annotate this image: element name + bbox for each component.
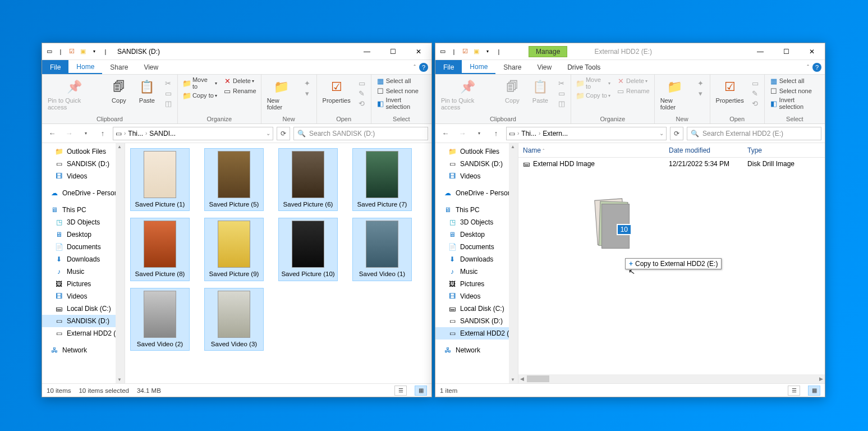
qat-dropdown-icon[interactable]: ▾ bbox=[483, 47, 493, 57]
file-item[interactable]: Saved Picture (7) bbox=[353, 149, 411, 210]
context-tab-manage[interactable]: Manage bbox=[529, 46, 567, 57]
file-menu[interactable]: File bbox=[435, 60, 462, 74]
forward-button[interactable]: → bbox=[456, 127, 469, 140]
history-button[interactable]: ⟲ bbox=[355, 98, 369, 108]
rename-button[interactable]: ▭Rename bbox=[221, 86, 259, 96]
tree-onedrive[interactable]: ☁OneDrive - Person bbox=[42, 187, 125, 199]
moveto-button[interactable]: 📁Move to▾ bbox=[573, 76, 613, 90]
breadcrumb-this-pc[interactable]: Thi... bbox=[521, 130, 536, 137]
col-date[interactable]: Date modified bbox=[664, 146, 743, 154]
minimize-button[interactable]: — bbox=[354, 43, 380, 60]
breadcrumb-drive[interactable]: SANDI... bbox=[149, 130, 176, 137]
file-list[interactable]: Saved Picture (1) Saved Picture (5) Save… bbox=[125, 143, 431, 383]
close-button[interactable]: ✕ bbox=[406, 43, 431, 60]
maximize-button[interactable]: ☐ bbox=[773, 43, 799, 60]
tree-pictures[interactable]: 🖼Pictures bbox=[435, 278, 518, 290]
address-bar[interactable]: ▭› Thi...› SANDI... ⌄ bbox=[113, 127, 273, 140]
ribbon-expand-icon[interactable]: ˆ bbox=[414, 64, 416, 71]
properties-button[interactable]: ☑Properties bbox=[713, 76, 747, 106]
breadcrumb-this-pc[interactable]: Thi... bbox=[128, 130, 143, 137]
tree-outlook[interactable]: 📁Outlook Files bbox=[42, 145, 125, 158]
recent-dropdown[interactable]: ▾ bbox=[472, 127, 486, 140]
view-icons-button[interactable]: ▦ bbox=[808, 386, 820, 396]
edit-button[interactable]: ✎ bbox=[355, 88, 369, 98]
view-icons-button[interactable]: ▦ bbox=[415, 386, 427, 396]
tree-desktop[interactable]: 🖥Desktop bbox=[435, 228, 518, 241]
tree-outlook[interactable]: 📁Outlook Files bbox=[435, 145, 518, 158]
tree-documents[interactable]: 📄Documents bbox=[42, 241, 125, 253]
save-icon[interactable]: ☑ bbox=[67, 47, 77, 57]
invertsel-button[interactable]: ◧Invert selection bbox=[374, 96, 429, 111]
history-button[interactable]: ⟲ bbox=[748, 98, 762, 108]
tab-view[interactable]: View bbox=[529, 60, 559, 74]
file-menu[interactable]: File bbox=[42, 60, 68, 74]
tree-3dobjects[interactable]: ◳3D Objects bbox=[42, 216, 125, 228]
back-button[interactable]: ← bbox=[45, 127, 59, 140]
tree-videos[interactable]: 🎞Videos bbox=[42, 170, 125, 182]
address-bar[interactable]: ▭› Thi...› Extern... ⌄ bbox=[506, 127, 667, 140]
file-row[interactable]: 🖴External HDD Image 12/21/2022 5:34 PM D… bbox=[518, 158, 825, 170]
tree-network[interactable]: 🖧Network bbox=[42, 344, 125, 356]
file-item[interactable]: Saved Video (1) bbox=[353, 218, 411, 280]
col-type[interactable]: Type bbox=[743, 146, 810, 154]
help-icon[interactable]: ? bbox=[812, 63, 821, 72]
tab-share[interactable]: Share bbox=[102, 60, 136, 74]
file-list[interactable]: Name ˆ Date modified Type 🖴External HDD … bbox=[518, 143, 825, 383]
tree-ext-hdd[interactable]: ▭External HDD2 (E bbox=[435, 327, 518, 340]
view-details-button[interactable]: ☰ bbox=[788, 386, 800, 396]
invertsel-button[interactable]: ◧Invert selection bbox=[767, 96, 823, 111]
rename-button[interactable]: ▭Rename bbox=[614, 86, 652, 96]
titlebar[interactable]: ▭ | ☑ ▣ ▾ | SANDISK (D:) — ☐ ✕ bbox=[42, 43, 431, 60]
cut-button[interactable]: ✂ bbox=[162, 78, 175, 88]
selectnone-button[interactable]: ☐Select none bbox=[374, 86, 429, 96]
file-item[interactable]: Saved Video (2) bbox=[131, 288, 189, 350]
tab-view[interactable]: View bbox=[136, 60, 166, 74]
pin-quick-access-button[interactable]: 📌Pin to Quick access bbox=[44, 76, 104, 113]
pasteshortcut-button[interactable]: ◫ bbox=[555, 98, 568, 108]
pasteshortcut-button[interactable]: ◫ bbox=[162, 98, 175, 108]
refresh-button[interactable]: ⟳ bbox=[670, 127, 683, 140]
file-item[interactable]: Saved Picture (8) bbox=[131, 218, 189, 280]
titlebar[interactable]: ▭ | ☑ ▣ ▾ | Manage External HDD2 (E:) — … bbox=[435, 43, 825, 60]
properties-button[interactable]: ☑Properties bbox=[319, 76, 354, 106]
paste-button[interactable]: 📋Paste bbox=[134, 76, 160, 106]
breadcrumb-drive[interactable]: Extern... bbox=[543, 130, 568, 137]
col-name[interactable]: Name bbox=[523, 146, 541, 154]
tree-localc[interactable]: 🖴Local Disk (C:) bbox=[42, 302, 125, 315]
tree-videos[interactable]: 🎞Videos bbox=[435, 170, 518, 182]
tree-music[interactable]: ♪Music bbox=[435, 265, 518, 278]
recent-dropdown[interactable]: ▾ bbox=[79, 127, 93, 140]
file-item[interactable]: Saved Picture (5) bbox=[205, 149, 263, 210]
tree-pictures[interactable]: 🖼Pictures bbox=[42, 278, 125, 290]
nav-pane[interactable]: 📁Outlook Files ▭SANDISK (D:) 🎞Videos ☁On… bbox=[42, 143, 125, 383]
file-item[interactable]: Saved Picture (6) bbox=[279, 149, 337, 210]
back-button[interactable]: ← bbox=[439, 127, 452, 140]
tree-videos2[interactable]: 🎞Videos bbox=[435, 290, 518, 302]
tree-3dobjects[interactable]: ◳3D Objects bbox=[435, 216, 518, 228]
up-button[interactable]: ↑ bbox=[96, 127, 109, 140]
tree-sandisk-d[interactable]: ▭SANDISK (D:) bbox=[42, 315, 125, 327]
tree-ext-hdd[interactable]: ▭External HDD2 (E bbox=[42, 327, 125, 340]
copypath-button[interactable]: ▭ bbox=[162, 88, 175, 98]
newfolder-button[interactable]: 📁New folder bbox=[657, 76, 693, 113]
easyaccess-button[interactable]: ▾ bbox=[301, 88, 314, 98]
newitem-button[interactable]: ✦ bbox=[301, 78, 314, 88]
tree-sandisk[interactable]: ▭SANDISK (D:) bbox=[42, 158, 125, 170]
close-button[interactable]: ✕ bbox=[799, 43, 825, 60]
selectall-button[interactable]: ▦Select all bbox=[374, 76, 429, 86]
tree-network[interactable]: 🖧Network bbox=[435, 344, 518, 356]
selectnone-button[interactable]: ☐Select none bbox=[767, 86, 823, 96]
tab-home[interactable]: Home bbox=[68, 60, 102, 74]
nav-scrollbar[interactable] bbox=[509, 143, 518, 383]
tab-home[interactable]: Home bbox=[462, 60, 495, 74]
copyto-button[interactable]: 📁Copy to▾ bbox=[573, 90, 613, 100]
file-item[interactable]: Saved Picture (9) bbox=[205, 218, 263, 280]
up-button[interactable]: ↑ bbox=[489, 127, 503, 140]
column-headers[interactable]: Name ˆ Date modified Type bbox=[518, 143, 825, 158]
file-item[interactable]: Saved Picture (10) bbox=[279, 218, 337, 280]
tree-downloads[interactable]: ⬇Downloads bbox=[435, 253, 518, 265]
copy-button[interactable]: 🗐Copy bbox=[105, 76, 132, 106]
newitem-button[interactable]: ✦ bbox=[694, 78, 708, 88]
delete-button[interactable]: ✕Delete▾ bbox=[614, 76, 652, 86]
tree-sandisk[interactable]: ▭SANDISK (D:) bbox=[435, 158, 518, 170]
